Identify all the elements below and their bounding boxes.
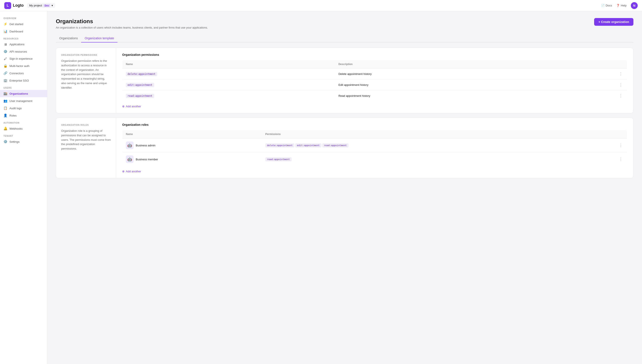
sidebar-item-label: API resources (10, 50, 27, 53)
col-permissions-header: Permissions (262, 130, 582, 138)
page-subtitle: An organization is a collection of users… (56, 26, 208, 29)
main-layout: OVERVIEW ⚡ Get started 📊 Dashboard RESOU… (0, 11, 642, 364)
sidebar-item-settings[interactable]: ⚙️ Settings (0, 138, 47, 145)
sidebar-item-mfa[interactable]: 🔒 Multi-factor auth (0, 62, 47, 70)
role-name: Business member (136, 158, 158, 161)
permission-name-cell: delete:appointment (122, 68, 335, 80)
sidebar-item-label: Webhooks (10, 127, 23, 130)
permission-actions-cell: ⋮ (557, 80, 627, 90)
role-name-cell: 🤖 Business admin (122, 138, 262, 152)
more-menu-button[interactable]: ⋮ (618, 157, 623, 162)
roles-table: Name Permissions 🤖 Business admin delete… (122, 130, 627, 166)
add-permission-button[interactable]: ⊕ Add another (122, 105, 141, 108)
zap-icon: ⚡ (4, 22, 7, 26)
project-selector[interactable]: My project Dev ▾ (27, 3, 55, 8)
table-row: edit:appointment Edit appointment histor… (122, 80, 627, 90)
sidebar-item-dashboard[interactable]: 📊 Dashboard (0, 28, 47, 35)
settings-icon: ⚙️ (4, 140, 7, 144)
roles-sidebar-text: Organization role is a grouping of permi… (61, 129, 111, 151)
sidebar-item-api-resources[interactable]: ⚙️ API resources (0, 48, 47, 55)
org-icon: 🏬 (4, 92, 7, 96)
sidebar-item-label: Multi-factor auth (10, 64, 30, 68)
docs-icon: 📄 (601, 4, 605, 7)
role-avatar: 🤖 (126, 142, 134, 149)
sidebar-item-label: Audit logs (10, 107, 22, 110)
permissions-section-title: Organization permissions (122, 53, 627, 56)
lock-icon: 🔒 (4, 64, 7, 68)
sidebar-item-sign-in-experience[interactable]: 🖊 Sign-in experience (0, 55, 47, 62)
sidebar-item-label: Enterprise SSO (10, 79, 29, 82)
tenant-section-label: TENANT (0, 132, 47, 138)
perm-badge: read:appointment (322, 143, 348, 148)
perm-badge: read:appointment (265, 157, 292, 162)
add-role-button[interactable]: ⊕ Add another (122, 170, 141, 173)
page-title: Organizations (56, 18, 208, 25)
table-row: read:appointment Read appointment histor… (122, 90, 627, 101)
create-organization-button[interactable]: + Create organization (594, 18, 633, 26)
sidebar-item-get-started[interactable]: ⚡ Get started (0, 20, 47, 28)
topbar: L Logto My project Dev ▾ 📄 Docs ❓ Help N (0, 0, 642, 11)
role-avatar: 🤖 (126, 156, 134, 163)
col-name-header: Name (122, 60, 335, 68)
sidebar-item-user-management[interactable]: 👥 User management (0, 97, 47, 104)
connector-icon: 🔗 (4, 71, 7, 75)
more-menu-button[interactable]: ⋮ (618, 82, 623, 87)
roles-card-content: Organization roles Name Permissions (116, 118, 633, 178)
roles-sidebar-title: ORGANIZATION ROLES (61, 124, 111, 126)
avatar[interactable]: N (631, 2, 638, 9)
audit-icon: 📋 (4, 106, 7, 110)
col-role-actions-header (582, 130, 627, 138)
topbar-left: L Logto My project Dev ▾ (4, 2, 55, 9)
users-icon: 👥 (4, 99, 7, 103)
automation-section-label: AUTOMATION (0, 119, 47, 125)
more-menu-button[interactable]: ⋮ (618, 143, 623, 148)
main-content: Organizations An organization is a colle… (47, 11, 642, 364)
permission-actions-cell: ⋮ (557, 68, 627, 80)
sidebar-item-label: Organizations (10, 92, 28, 95)
sidebar-item-label: Roles (10, 114, 17, 117)
enterprise-icon: 🏢 (4, 78, 7, 82)
project-name: My project (29, 4, 42, 7)
sidebar-item-webhooks[interactable]: 🔔 Webhooks (0, 125, 47, 132)
more-menu-button[interactable]: ⋮ (618, 72, 623, 76)
tab-organization-template[interactable]: Organization template (81, 34, 118, 42)
role-actions-cell: ⋮ (582, 138, 627, 152)
dev-tag: Dev (43, 4, 50, 7)
roles-card: ORGANIZATION ROLES Organization role is … (56, 118, 633, 178)
roles-card-sidebar: ORGANIZATION ROLES Organization role is … (56, 118, 116, 178)
sidebar-item-label: Dashboard (10, 30, 23, 33)
help-icon: ❓ (616, 4, 620, 7)
help-button[interactable]: ❓ Help (616, 4, 626, 7)
sidebar-item-organizations[interactable]: 🏬 Organizations (0, 90, 47, 97)
sidebar-item-applications[interactable]: 🖥 Applications (0, 41, 47, 48)
sidebar-item-roles[interactable]: 👤 Roles (0, 112, 47, 119)
perm-badge: delete:appointment (265, 143, 294, 148)
sidebar: OVERVIEW ⚡ Get started 📊 Dashboard RESOU… (0, 11, 47, 364)
role-permissions-cell: read:appointment (262, 152, 582, 166)
sidebar-item-label: Sign-in experience (10, 57, 33, 60)
more-menu-button[interactable]: ⋮ (618, 93, 623, 98)
col-actions-header (557, 60, 627, 68)
table-row: 🤖 Business admin delete:appointmentedit:… (122, 138, 627, 152)
logo: L Logto (4, 2, 24, 9)
sidebar-item-enterprise-sso[interactable]: 🏢 Enterprise SSO (0, 77, 47, 84)
table-row: 🤖 Business member read:appointment ⋮ (122, 152, 627, 166)
sidebar-item-audit-logs[interactable]: 📋 Audit logs (0, 104, 47, 112)
perm-badge: edit:appointment (295, 143, 321, 148)
table-row: delete:appointment Delete appointment hi… (122, 68, 627, 80)
sidebar-item-label: Connectors (10, 72, 24, 75)
dashboard-icon: 📊 (4, 30, 7, 33)
tab-organizations[interactable]: Organizations (56, 34, 81, 42)
plus-circle-icon: ⊕ (122, 105, 125, 108)
users-section-label: USERS (0, 84, 47, 90)
permissions-card-content: Organization permissions Name Descriptio… (116, 48, 633, 113)
roles-card-inner: ORGANIZATION ROLES Organization role is … (56, 118, 633, 178)
docs-button[interactable]: 📄 Docs (601, 4, 612, 7)
permissions-card-sidebar: ORGANIZATION PERMISSIONS Organization pe… (56, 48, 116, 113)
permissions-sidebar-title: ORGANIZATION PERMISSIONS (61, 54, 111, 56)
overview-section-label: OVERVIEW (0, 14, 47, 20)
sidebar-item-label: Settings (10, 140, 20, 143)
permission-description-cell: Read appointment history (335, 90, 557, 101)
permissions-card: ORGANIZATION PERMISSIONS Organization pe… (56, 48, 633, 113)
sidebar-item-connectors[interactable]: 🔗 Connectors (0, 70, 47, 77)
